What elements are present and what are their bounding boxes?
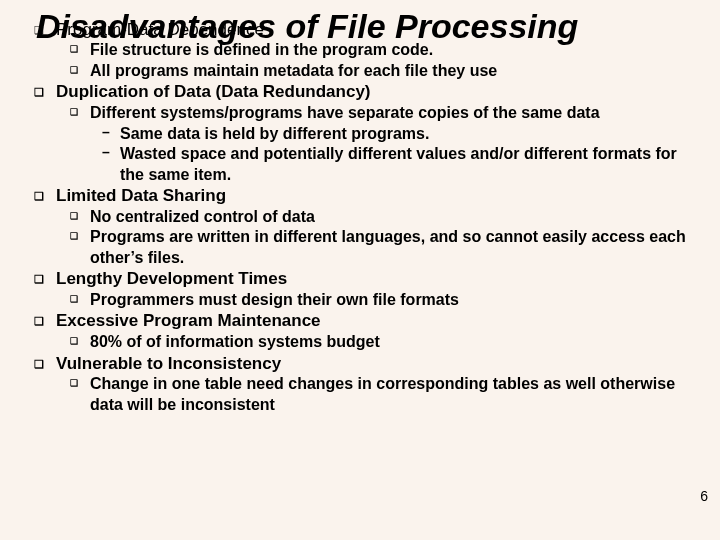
- bullet-excessive-program-maintenance: Excessive Program Maintenance 80% of of …: [24, 310, 696, 352]
- bullet-text: Change in one table need changes in corr…: [90, 375, 675, 412]
- sub-bullet: Programmers must design their own file f…: [56, 290, 696, 310]
- sub-bullet: All programs maintain metadata for each …: [56, 61, 696, 81]
- sub-bullet: Programs are written in different langua…: [56, 227, 696, 268]
- bullet-text: Programmers must design their own file f…: [90, 291, 459, 308]
- sub-sub-bullet: Same data is held by different programs.: [90, 124, 696, 144]
- bullet-text: Programs are written in different langua…: [90, 228, 686, 265]
- bullet-text: File structure is defined in the program…: [90, 41, 433, 58]
- bullet-text: Limited Data Sharing: [56, 186, 226, 205]
- sub-bullet: Change in one table need changes in corr…: [56, 374, 696, 415]
- bullet-text: Excessive Program Maintenance: [56, 311, 321, 330]
- bullet-program-data-dependence: Program-Data Dependence File structure i…: [24, 19, 696, 82]
- bullet-text: Different systems/programs have separate…: [90, 104, 600, 121]
- page-number: 6: [700, 488, 708, 504]
- bullet-text: Vulnerable to Inconsistency: [56, 354, 281, 373]
- bullet-text: All programs maintain metadata for each …: [90, 62, 497, 79]
- sub-sub-bullet: Wasted space and potentially different v…: [90, 144, 696, 185]
- sub-bullet: 80% of of information systems budget: [56, 332, 696, 352]
- bullet-text: Program-Data Dependence: [56, 20, 264, 39]
- bullet-text: 80% of of information systems budget: [90, 333, 380, 350]
- sub-bullet: File structure is defined in the program…: [56, 40, 696, 60]
- bullet-vulnerable-to-inconsistency: Vulnerable to Inconsistency Change in on…: [24, 353, 696, 416]
- bullet-text: No centralized control of data: [90, 208, 315, 225]
- slide: Disadvantages of File Processing Program…: [0, 0, 720, 540]
- bullet-text: Same data is held by different programs.: [120, 125, 429, 142]
- bullet-list: Program-Data Dependence File structure i…: [24, 19, 696, 416]
- sub-bullet: No centralized control of data: [56, 207, 696, 227]
- bullet-text: Wasted space and potentially different v…: [120, 145, 677, 182]
- bullet-lengthy-development-times: Lengthy Development Times Programmers mu…: [24, 268, 696, 310]
- bullet-limited-data-sharing: Limited Data Sharing No centralized cont…: [24, 185, 696, 268]
- bullet-duplication-of-data: Duplication of Data (Data Redundancy) Di…: [24, 81, 696, 185]
- sub-bullet: Different systems/programs have separate…: [56, 103, 696, 185]
- bullet-text: Duplication of Data (Data Redundancy): [56, 82, 371, 101]
- slide-body: Program-Data Dependence File structure i…: [24, 19, 696, 416]
- bullet-text: Lengthy Development Times: [56, 269, 287, 288]
